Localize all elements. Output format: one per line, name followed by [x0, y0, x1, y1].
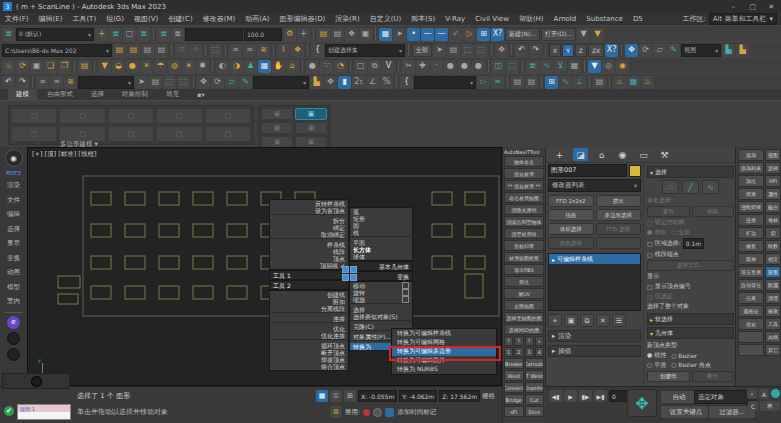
unlink2-icon[interactable]: ∞	[50, 76, 63, 89]
menu-item-6[interactable]: 修改器(M)	[198, 14, 241, 24]
menu-item-13[interactable]: Civil View	[470, 15, 514, 23]
save-icon[interactable]: ▼	[577, 28, 590, 41]
script-pair-button-Weld[interactable]: Weld	[504, 370, 524, 381]
marquee-icon[interactable]: ⬚	[209, 44, 222, 57]
menu-item-3[interactable]: 组(G)	[101, 14, 129, 24]
reference-coordinate-dropdown[interactable]: 视图▾	[681, 44, 721, 57]
angle-snap-icon[interactable]: ∠	[366, 76, 379, 89]
ribbon-button-5[interactable]: ▢	[11, 126, 57, 142]
rotate-icon[interactable]: ⟳	[639, 44, 652, 57]
radio-相似[interactable]: ● 相似	[647, 228, 666, 237]
script-pair-button-Cut[interactable]: Cut	[525, 394, 545, 405]
cp-check-线段端点[interactable]: ▢线段端点	[647, 250, 734, 259]
script-button-9[interactable]: 导出FBX	[504, 264, 544, 275]
rail-button-延伸[interactable]: 延伸	[738, 253, 764, 265]
quad-item-设为首顶点[interactable]: 设为首顶点	[270, 207, 348, 214]
menu-item-16[interactable]: Substance	[581, 15, 628, 23]
mirror-icon[interactable]: ◫	[492, 60, 505, 73]
show-end-result-icon[interactable]: ▣	[564, 314, 578, 327]
project-folder-dropdown[interactable]: C:\Users\86-ds Max 202▾	[2, 44, 112, 57]
workspace-dropdown[interactable]: Alt 菜单和工具栏▾	[709, 13, 777, 25]
folder-b-icon[interactable]: ▤	[155, 44, 168, 57]
segment-mode-icon[interactable]: —	[421, 28, 434, 41]
mirror2-icon[interactable]: ▤	[511, 76, 524, 89]
rail-button-属性[interactable]: 属性	[765, 188, 781, 200]
dot-mode-icon[interactable]: •	[407, 28, 420, 41]
knob-icon[interactable]	[31, 376, 42, 387]
axis-zx-button[interactable]: ZX	[588, 44, 604, 57]
big-move-tool-icon[interactable]: ✥	[627, 389, 657, 417]
rail-button-相交[interactable]: 相交	[765, 253, 781, 265]
layer-list-icon[interactable]: ≣	[109, 28, 122, 41]
polygon-mode-icon[interactable]: ▣	[295, 122, 327, 134]
knob-a-icon[interactable]	[7, 332, 20, 345]
quad-item-反转样条线[interactable]: 反转样条线	[270, 200, 348, 207]
camera-icon[interactable]: ▣	[30, 60, 43, 73]
rollout-header-几何体[interactable]: ▾几何体	[647, 327, 734, 339]
brace-icon[interactable]: {	[311, 44, 324, 57]
quad-item-循环顶点[interactable]: 循环顶点	[270, 342, 348, 349]
radio-线性[interactable]: ● 线性	[647, 351, 666, 360]
menu-item-12[interactable]: V-Ray	[440, 15, 470, 23]
dope-sheet-icon[interactable]: ⊥	[573, 76, 586, 89]
remove-modifier-icon[interactable]: ✕	[596, 314, 610, 327]
vertex-icon[interactable]: ∴	[662, 180, 679, 194]
open-button[interactable]: 打开(O)...	[541, 28, 576, 41]
rail-button-连接[interactable]: 连接	[738, 214, 764, 226]
quad-item-拆分[interactable]: 拆分	[270, 217, 348, 224]
sun-icon[interactable]: ☀	[182, 60, 195, 73]
checkbox-icon[interactable]: ▢	[647, 251, 653, 258]
rail-item-0[interactable]: 渲染	[7, 179, 20, 193]
tab-create[interactable]: +	[552, 148, 567, 161]
stack-item-editable-spline[interactable]: ▸ 可编辑样条线	[549, 254, 640, 264]
undo-icon[interactable]: ↶	[515, 44, 528, 57]
pick-mode-icon[interactable]: ➤	[393, 28, 406, 41]
quad-item-顶点[interactable]: 顶点	[270, 255, 348, 262]
active-layer-dropdown[interactable]: 0 (默认)▾	[16, 28, 94, 41]
move3-icon[interactable]: ✥	[197, 76, 210, 89]
segment2-mode-icon[interactable]: —	[435, 28, 448, 41]
checkbox-icon[interactable]: ▢	[647, 240, 653, 247]
bind-space-warp-icon[interactable]: ≋	[257, 44, 270, 57]
object-name-field[interactable]: 图形007	[548, 164, 627, 177]
time-marker-icon[interactable]	[385, 408, 394, 417]
ribbon-tab-1[interactable]: 自由形式	[39, 89, 81, 100]
script-pair-button-Slice[interactable]: Slice	[525, 406, 545, 417]
cp-button-断开[interactable]: 断开	[692, 371, 735, 382]
quad-item-样条线[interactable]: 样条线	[270, 241, 348, 248]
align-marquee-icon[interactable]: ⬚	[506, 60, 519, 73]
bind-icon[interactable]: ≋	[64, 76, 77, 89]
pac-icon[interactable]: ◔	[334, 60, 347, 73]
folder-icon[interactable]: ▤	[317, 28, 330, 41]
knob-b-icon[interactable]	[7, 348, 20, 361]
quad-item-取消绑定[interactable]: 取消绑定	[270, 231, 348, 238]
menu-item-9[interactable]: 渲染(R)	[330, 14, 364, 24]
place-icon[interactable]: ✎	[239, 76, 252, 89]
key-dot-icon[interactable]	[373, 408, 382, 417]
configure-modifier-sets-icon[interactable]: ☰	[612, 314, 626, 327]
submenu-item-3[interactable]: 转换为可编辑面片	[392, 356, 496, 365]
bone-icon[interactable]: ⌇	[277, 44, 290, 57]
axis-y-button[interactable]: Y	[562, 44, 574, 57]
quad-item-线[interactable]: 线	[350, 229, 412, 236]
radio-Bezier 角点[interactable]: ○ Bezier 角点	[671, 361, 711, 370]
render-icon[interactable]: ◉	[616, 60, 629, 73]
rail-button-切[interactable]: 切	[765, 227, 781, 239]
rollout-header-选择[interactable]: ▾选择	[647, 166, 734, 178]
checkbox-icon[interactable]: ▢	[647, 293, 653, 300]
make-unique-icon[interactable]: ⧉	[580, 314, 594, 327]
mini-a-button[interactable]: A	[759, 389, 769, 399]
script-button-14[interactable]: 选择同ID的面	[504, 324, 544, 335]
group-icon[interactable]: ❖	[345, 28, 358, 41]
ribbon-button-2[interactable]: ▢	[108, 108, 154, 124]
selection-filter-dropdown[interactable]: ▾	[78, 76, 134, 89]
schematic-icon[interactable]: ▦	[568, 60, 581, 73]
film-icon[interactable]: ▤	[78, 60, 91, 73]
rollout-渲染[interactable]: ▸渲染	[548, 330, 641, 342]
modifier-button-7[interactable]	[596, 237, 642, 249]
shaded-ball-icon[interactable]: ◐	[216, 60, 229, 73]
grid-mode-icon[interactable]: ⊞	[344, 390, 356, 402]
selection-lock-icon[interactable]: ⚿	[330, 390, 342, 402]
isolate-selection-icon[interactable]: ▦	[316, 390, 328, 402]
modifier-button-扭曲[interactable]: 扭曲	[548, 209, 594, 221]
